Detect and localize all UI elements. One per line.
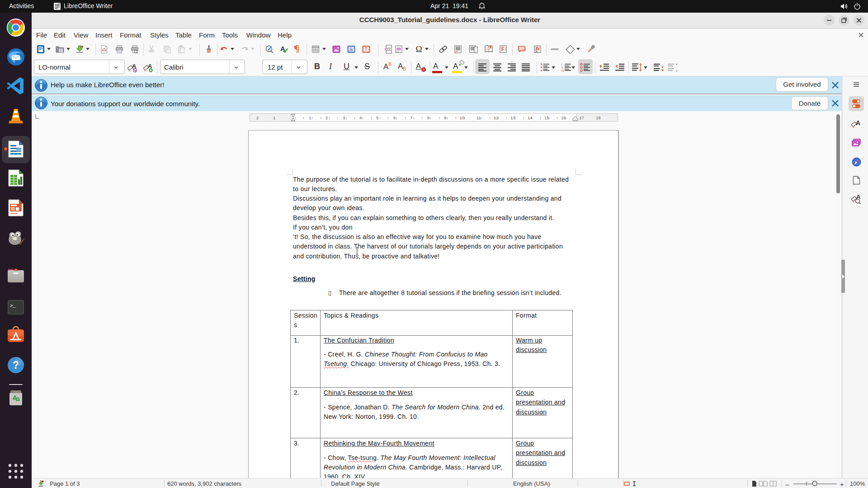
svg-text:III: III (561, 69, 564, 72)
svg-text:>_: >_ (10, 303, 16, 309)
svg-text:1: 1 (455, 51, 457, 53)
svg-text:A: A (856, 119, 860, 127)
svg-text:T: T (365, 47, 368, 52)
svg-text:i: i (476, 50, 476, 53)
svg-text:II: II (561, 66, 563, 69)
svg-text:?: ? (13, 359, 19, 371)
svg-text:I: I (561, 63, 562, 66)
svg-text:Ω: Ω (416, 45, 422, 54)
